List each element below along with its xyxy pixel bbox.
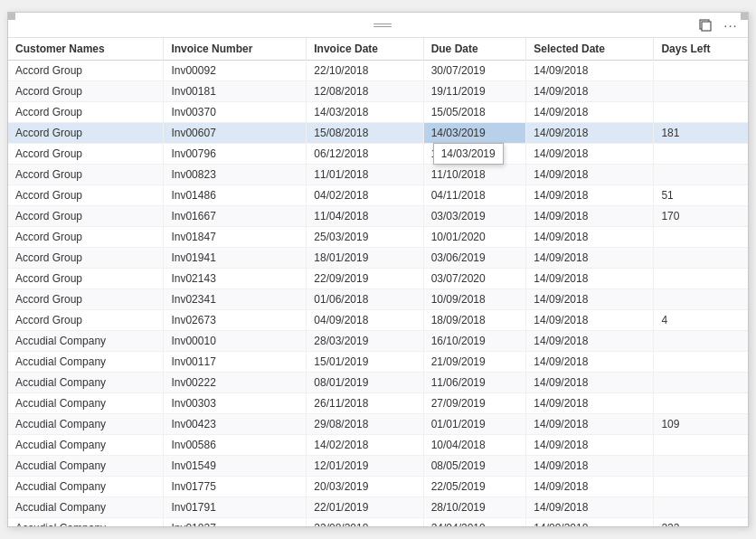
cell-invoice-number: Inv00092: [164, 61, 307, 81]
col-header-invoice-date[interactable]: Invoice Date: [307, 38, 423, 61]
cell-selected-date: 14/09/2018: [526, 206, 654, 227]
cell-days-left: 51: [654, 185, 748, 206]
cell-due-date: 28/10/2019: [423, 497, 526, 518]
table-row: Accudial CompanyInv0011715/01/201921/09/…: [8, 352, 748, 373]
cell-invoice-date: 15/08/2018: [307, 123, 423, 144]
cell-selected-date: 14/09/2018: [526, 269, 654, 289]
cell-days-left: [654, 269, 748, 289]
expand-button[interactable]: [695, 17, 715, 33]
cell-invoice-number: Inv01775: [164, 477, 307, 497]
cell-customer: Accord Group: [8, 227, 164, 248]
cell-invoice-number: Inv00823: [164, 165, 307, 185]
table-body: Accord GroupInv0009222/10/201830/07/2019…: [8, 61, 748, 527]
cell-customer: Accudial Company: [8, 414, 164, 435]
cell-days-left: 170: [654, 206, 748, 227]
cell-days-left: [654, 102, 748, 123]
table-row: Accudial CompanyInv0001028/03/201916/10/…: [8, 331, 748, 352]
data-table: Customer Names Invoice Number Invoice Da…: [8, 38, 748, 526]
resize-handle-tl[interactable]: [8, 13, 15, 20]
cell-days-left: [654, 165, 748, 185]
col-header-days-left[interactable]: Days Left: [654, 38, 748, 61]
cell-customer: Accord Group: [8, 81, 164, 102]
cell-days-left: [654, 248, 748, 269]
col-header-invoice-number[interactable]: Invoice Number: [164, 38, 307, 61]
cell-due-date: 16/10/2019: [423, 331, 526, 352]
col-header-customer[interactable]: Customer Names: [8, 38, 164, 61]
cell-invoice-number: Inv01941: [164, 248, 307, 269]
cell-due-date: 30/07/2019: [423, 61, 526, 81]
cell-days-left: 109: [654, 414, 748, 435]
table-row: Accord GroupInv0184725/03/201910/01/2020…: [8, 227, 748, 248]
table-row: Accord GroupInv0194118/01/201903/06/2019…: [8, 248, 748, 269]
cell-invoice-date: 14/03/2018: [307, 102, 423, 123]
table-row: Accudial CompanyInv0030326/11/201827/09/…: [8, 393, 748, 414]
cell-selected-date: 14/09/2018: [526, 123, 654, 144]
cell-selected-date: 14/09/2018: [526, 456, 654, 477]
table-row: Accord GroupInv0234101/06/201810/09/2018…: [8, 289, 748, 310]
title-bar: ···: [8, 13, 748, 38]
cell-due-date: 10/04/2018: [423, 435, 526, 456]
cell-invoice-number: Inv00607: [164, 123, 307, 144]
cell-due-date: 18/09/2018: [423, 310, 526, 331]
cell-days-left: [654, 81, 748, 102]
cell-customer: Accord Group: [8, 206, 164, 227]
title-bar-actions: ···: [695, 17, 741, 33]
cell-due-date: 08/05/2019: [423, 456, 526, 477]
cell-selected-date: 14/09/2018: [526, 393, 654, 414]
cell-customer: Accord Group: [8, 248, 164, 269]
cell-selected-date: 14/09/2018: [526, 435, 654, 456]
cell-selected-date: 14/09/2018: [526, 227, 654, 248]
cell-due-date: 03/03/2019: [423, 206, 526, 227]
cell-customer: Accudial Company: [8, 497, 164, 518]
handle-line-2: [373, 26, 392, 27]
table-row: Accord GroupInv0267304/09/201818/09/2018…: [8, 310, 748, 331]
cell-due-date: 24/04/2019: [423, 518, 526, 527]
cell-due-date: 10/01/2020: [423, 227, 526, 248]
handle-line-1: [373, 24, 392, 24]
drag-handle[interactable]: [372, 24, 393, 27]
cell-customer: Accord Group: [8, 123, 164, 144]
resize-handle-tr[interactable]: [741, 13, 748, 20]
cell-selected-date: 14/09/2018: [526, 352, 654, 373]
cell-invoice-number: Inv00423: [164, 414, 307, 435]
cell-invoice-number: Inv01847: [164, 227, 307, 248]
table-row: Accord GroupInv0166711/04/201803/03/2019…: [8, 206, 748, 227]
cell-days-left: [654, 144, 748, 165]
cell-invoice-number: Inv01486: [164, 185, 307, 206]
cell-invoice-number: Inv02673: [164, 310, 307, 331]
table-row: Accudial CompanyInv0154912/01/201908/05/…: [8, 456, 748, 477]
cell-days-left: 181: [654, 123, 748, 144]
cell-invoice-number: Inv00117: [164, 352, 307, 373]
cell-days-left: [654, 477, 748, 497]
cell-invoice-date: 23/08/2018: [307, 518, 423, 527]
cell-selected-date: 14/09/2018: [526, 373, 654, 393]
cell-invoice-number: Inv00222: [164, 373, 307, 393]
cell-selected-date: 14/09/2018: [526, 331, 654, 352]
cell-selected-date: 14/09/2018: [526, 414, 654, 435]
table-row: Accudial CompanyInv0058614/02/201810/04/…: [8, 435, 748, 456]
cell-invoice-number: Inv00010: [164, 331, 307, 352]
cell-due-date: 19/11/2019: [423, 81, 526, 102]
cell-customer: Accudial Company: [8, 456, 164, 477]
title-bar-handle-area: [372, 24, 393, 27]
cell-selected-date: 14/09/2018: [526, 497, 654, 518]
cell-customer: Accudial Company: [8, 373, 164, 393]
cell-invoice-date: 15/01/2019: [307, 352, 423, 373]
cell-customer: Accord Group: [8, 269, 164, 289]
table-row: Accord GroupInv0214322/09/201903/07/2020…: [8, 269, 748, 289]
cell-days-left: [654, 289, 748, 310]
cell-days-left: [654, 352, 748, 373]
cell-days-left: [654, 373, 748, 393]
table-row: Accudial CompanyInv0183723/08/201824/04/…: [8, 518, 748, 527]
cell-invoice-date: 25/03/2019: [307, 227, 423, 248]
cell-invoice-number: Inv01549: [164, 456, 307, 477]
cell-due-date: 14/03/201914/03/2019: [423, 123, 526, 144]
col-header-due-date[interactable]: Due Date: [423, 38, 526, 61]
cell-due-date: 03/07/2020: [423, 269, 526, 289]
cell-due-date: 18/06/2019: [423, 144, 526, 165]
col-header-selected-date[interactable]: Selected Date: [526, 38, 654, 61]
cell-invoice-date: 12/08/2018: [307, 81, 423, 102]
more-button[interactable]: ···: [721, 17, 741, 33]
cell-due-date: 10/09/2018: [423, 289, 526, 310]
cell-due-date: 04/11/2018: [423, 185, 526, 206]
